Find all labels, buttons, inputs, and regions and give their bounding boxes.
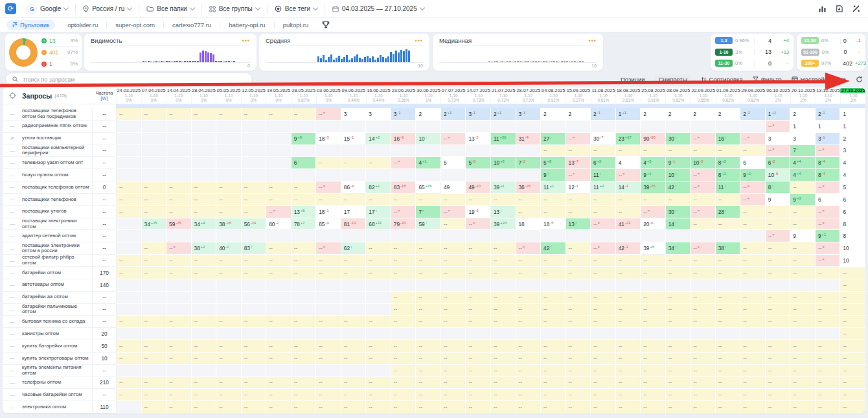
position-cell[interactable] bbox=[641, 121, 666, 133]
sort-button[interactable]: Сортировка bbox=[701, 76, 743, 83]
position-cell[interactable]: 4 bbox=[840, 169, 865, 181]
position-cell[interactable]: -- bbox=[740, 267, 766, 279]
date-column-header[interactable]: 19.05.20251-100% bbox=[266, 87, 291, 104]
position-cell[interactable] bbox=[516, 279, 542, 292]
position-cell[interactable]: -- bbox=[192, 194, 217, 206]
position-cell[interactable]: -- bbox=[541, 267, 566, 279]
position-cell[interactable]: 10+3 bbox=[491, 157, 516, 169]
position-cell[interactable]: -- bbox=[541, 316, 566, 328]
position-cell[interactable]: -- bbox=[666, 377, 691, 389]
position-cell[interactable] bbox=[591, 121, 616, 133]
search-input[interactable] bbox=[22, 76, 246, 84]
position-cell[interactable] bbox=[291, 121, 317, 133]
query-cell[interactable]: купить батарейки оптом bbox=[22, 340, 93, 353]
position-cell[interactable]: -- bbox=[192, 401, 217, 413]
folders-select[interactable]: Все папки bbox=[139, 4, 201, 14]
position-cell[interactable]: -- bbox=[716, 389, 741, 401]
position-cell[interactable]: -- bbox=[466, 267, 491, 279]
position-cell[interactable]: --× bbox=[740, 133, 766, 145]
position-cell[interactable]: --× bbox=[816, 218, 841, 231]
position-cell[interactable]: -- bbox=[366, 340, 391, 353]
position-cell[interactable]: 5-5 bbox=[466, 157, 491, 169]
query-cell[interactable]: радиоприемник ritmix оптом bbox=[22, 121, 93, 133]
position-cell[interactable] bbox=[391, 121, 417, 133]
position-cell[interactable] bbox=[491, 145, 516, 157]
position-cell[interactable]: -- bbox=[566, 316, 591, 328]
position-cell[interactable] bbox=[242, 230, 267, 242]
position-cell[interactable]: --× bbox=[391, 157, 417, 169]
position-cell[interactable]: -- bbox=[566, 292, 591, 304]
position-cell[interactable]: -- bbox=[291, 377, 317, 389]
position-cell[interactable]: -- bbox=[117, 206, 142, 218]
position-cell[interactable] bbox=[216, 365, 242, 377]
position-cell[interactable]: 9+3 bbox=[790, 194, 816, 206]
position-cell[interactable]: -- bbox=[441, 218, 466, 231]
position-cell[interactable]: --× bbox=[466, 218, 491, 231]
position-cell[interactable]: -- bbox=[366, 316, 391, 328]
position-cell[interactable]: -- bbox=[491, 304, 516, 316]
position-cell[interactable]: --× bbox=[816, 145, 841, 157]
date-column-header[interactable]: 14.04.20251-100% bbox=[166, 87, 191, 104]
query-cell[interactable]: телевизор yasin оптом опт bbox=[22, 157, 93, 169]
date-column-header[interactable]: 05.05.20251-100% bbox=[216, 87, 241, 104]
position-cell[interactable] bbox=[766, 279, 791, 292]
position-cell[interactable]: -- bbox=[740, 145, 766, 157]
position-cell[interactable]: 9+1 bbox=[816, 230, 841, 242]
app-logo-icon[interactable]: ⟳ bbox=[5, 3, 16, 14]
position-cell[interactable]: 18-3 bbox=[316, 133, 341, 145]
position-cell[interactable]: -- bbox=[266, 340, 291, 353]
position-cell[interactable]: -- bbox=[142, 255, 167, 267]
position-cell[interactable] bbox=[416, 230, 441, 242]
position-cell[interactable]: -- bbox=[291, 267, 317, 279]
position-cell[interactable]: -- bbox=[142, 340, 167, 353]
position-cell[interactable]: 56-24 bbox=[242, 218, 267, 231]
date-column-header[interactable]: 29.09.20251-100.82% bbox=[740, 87, 766, 104]
position-cell[interactable]: 65+16 bbox=[416, 181, 441, 194]
position-cell[interactable]: -- bbox=[840, 365, 865, 377]
position-cell[interactable]: --× bbox=[691, 206, 716, 218]
position-cell[interactable]: -- bbox=[616, 401, 641, 413]
position-cell[interactable]: -- bbox=[466, 292, 491, 304]
position-cell[interactable]: -- bbox=[766, 255, 791, 267]
position-cell[interactable] bbox=[666, 230, 691, 242]
position-cell[interactable]: -- bbox=[117, 194, 142, 206]
position-cell[interactable]: 2 bbox=[541, 108, 566, 121]
position-cell[interactable] bbox=[641, 279, 666, 292]
position-cell[interactable] bbox=[216, 279, 242, 292]
position-cell[interactable]: -- bbox=[117, 181, 142, 194]
position-cell[interactable] bbox=[266, 169, 291, 181]
position-cell[interactable]: --× bbox=[816, 206, 841, 218]
position-cell[interactable]: 14+2 bbox=[366, 133, 391, 145]
position-cell[interactable]: -- bbox=[591, 267, 616, 279]
position-cell[interactable]: -- bbox=[466, 242, 491, 255]
position-cell[interactable]: -- bbox=[516, 255, 542, 267]
position-cell[interactable]: --× bbox=[441, 133, 466, 145]
position-cell[interactable]: 6 bbox=[840, 194, 865, 206]
position-cell[interactable]: -- bbox=[466, 365, 491, 377]
position-cell[interactable]: -- bbox=[716, 401, 741, 413]
position-cell[interactable] bbox=[341, 230, 367, 242]
position-cell[interactable] bbox=[666, 279, 691, 292]
position-cell[interactable] bbox=[740, 121, 766, 133]
position-cell[interactable]: -- bbox=[491, 401, 516, 413]
filter-button[interactable]: Фильтр bbox=[753, 76, 782, 83]
position-cell[interactable]: -- bbox=[441, 304, 466, 316]
position-cell[interactable] bbox=[192, 365, 217, 377]
row-select-control[interactable]: — bbox=[3, 181, 22, 194]
position-cell[interactable] bbox=[416, 169, 441, 181]
position-cell[interactable]: -- bbox=[740, 389, 766, 401]
position-cell[interactable]: 7-2 bbox=[516, 157, 542, 169]
position-cell[interactable]: -- bbox=[641, 145, 666, 157]
position-cell[interactable]: 18-1 bbox=[316, 206, 341, 218]
position-cell[interactable]: -- bbox=[691, 145, 716, 157]
position-cell[interactable]: -- bbox=[192, 340, 217, 353]
position-cell[interactable]: 3-1 bbox=[516, 108, 542, 121]
position-cell[interactable] bbox=[466, 121, 491, 133]
position-cell[interactable]: -- bbox=[840, 401, 865, 413]
position-cell[interactable]: -- bbox=[316, 353, 341, 365]
query-cell[interactable]: автотовары оптом bbox=[22, 279, 93, 292]
project-tab[interactable]: cartesio777.ru bbox=[164, 21, 220, 29]
position-cell[interactable]: -- bbox=[316, 157, 341, 169]
position-cell[interactable] bbox=[516, 121, 542, 133]
row-select-control[interactable]: — bbox=[3, 340, 22, 353]
